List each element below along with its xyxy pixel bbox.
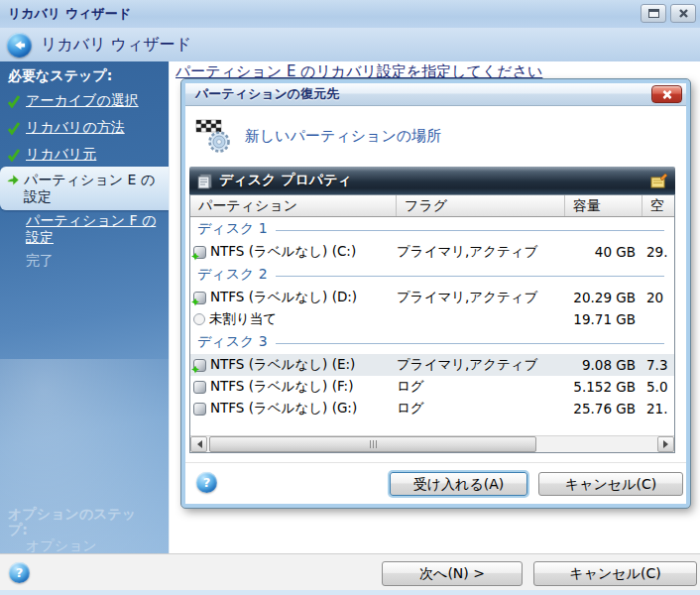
sidebar-item-label: パーティション E の設定 [24,172,167,205]
table-body: ディスク 1 NTFS (ラベルなし) (C:) プライマリ,アクティブ 40 … [190,217,674,420]
partition-capacity: 25.76 GB [565,401,642,416]
partition-primary-icon [193,359,206,372]
close-x-glyph [678,8,689,19]
partition-capacity: 5.152 GB [565,379,642,395]
column-header-capacity[interactable]: 容量 [565,195,642,216]
partition-capacity: 20.29 GB [565,290,642,305]
sidebar-item-label: オプション [26,537,163,554]
table-row-partition-f[interactable]: NTFS (ラベルなし) (F:) ログ 5.152 GB 5.0 [190,376,674,398]
column-header-free[interactable]: 空 [642,195,674,216]
partition-name: NTFS (ラベルなし) (D:) [210,289,357,306]
disk-properties-icon [196,173,213,189]
dialog-close-icon[interactable] [651,85,682,103]
table-row-partition-e[interactable]: NTFS (ラベルなし) (E:) プライマリ,アクティブ 9.08 GB 7.… [190,354,674,376]
partition-flags: ログ [397,378,565,396]
partition-icon [193,381,206,394]
sidebar-item-label: リカバリ元 [26,146,163,163]
partition-name: NTFS (ラベルなし) (E:) [210,356,355,374]
back-arrow-icon [12,38,27,53]
partition-free: 5.0 [642,379,670,395]
partition-free: 21. [642,401,670,416]
table-row-partition-c[interactable]: NTFS (ラベルなし) (C:) プライマリ,アクティブ 40 GB 29. [190,241,674,263]
partition-icon [193,403,206,416]
partition-name: NTFS (ラベルなし) (C:) [210,243,356,261]
partition-name: NTFS (ラベルなし) (F:) [210,378,353,396]
partition-flags: プライマリ,アクティブ [397,243,565,261]
dialog-title: パーティションの復元先 [195,85,339,103]
sidebar-item-label: リカバリの方法 [26,119,163,136]
sidebar-item-recovery-source[interactable]: リカバリ元 [7,146,163,163]
table-row-unallocated[interactable]: 未割り当て 19.71 GB [190,308,674,330]
dialog-cancel-button[interactable]: キャンセル(C) [538,472,683,496]
sidebar-item-archive-selection[interactable]: アーカイブの選択 [7,92,163,109]
scrollbar-track[interactable] [536,436,657,452]
toolbar-title: ディスク プロパティ [219,172,352,189]
partition-capacity: 40 GB [565,244,642,260]
section-heading: 新しいパーティションの場所 [245,127,441,146]
disk-group-header: ディスク 1 [190,217,674,241]
current-step-arrow-icon [6,174,20,186]
column-header-partition[interactable]: パーティション [190,195,397,216]
sidebar-item-recovery-method[interactable]: リカバリの方法 [7,119,163,136]
help-icon[interactable]: ? [196,472,217,493]
partition-capacity: 9.08 GB [565,357,642,373]
table-row-partition-d[interactable]: NTFS (ラベルなし) (D:) プライマリ,アクティブ 20.29 GB 2… [190,287,674,308]
help-icon[interactable]: ? [9,562,30,583]
table-header-row: パーティション フラグ 容量 空 [190,195,674,217]
partition-free: 7.3 [642,357,670,373]
sidebar: 必要なステップ: アーカイブの選択 リカバリの方法 リカバリ元 パーティション … [0,61,169,553]
scroll-left-icon[interactable] [190,436,207,452]
edit-properties-icon[interactable] [650,173,668,189]
wizard-header-title: リカバリ ウィザード [41,35,191,56]
partition-primary-icon [193,292,206,304]
sidebar-item-label: アーカイブの選択 [26,92,163,109]
window-title: リカバリ ウィザード [8,5,131,23]
scrollbar-thumb[interactable] [209,436,536,452]
table-row-partition-g[interactable]: NTFS (ラベルなし) (G:) ログ 25.76 GB 21. [190,398,674,419]
unallocated-icon [193,313,205,325]
partition-name: 未割り当て [209,310,277,328]
dialog-footer: ? 受け入れる(A) キャンセル(C) [185,462,686,504]
dialog-titlebar[interactable]: パーティションの復元先 [185,83,686,106]
sidebar-item-options: オプション [7,537,163,554]
footer-bar: ? 次へ(N) > キャンセル(C) [0,553,700,595]
next-button[interactable]: 次へ(N) > [382,561,523,586]
partition-flags: プライマリ,アクティブ [397,289,565,306]
sidebar-item-partition-f-settings[interactable]: パーティション F の設定 [7,212,163,246]
horizontal-scrollbar[interactable] [190,435,674,452]
checkered-flag-gear-icon [195,118,233,154]
required-steps-header: 必要なステップ: [8,67,112,85]
partition-name: NTFS (ラベルなし) (G:) [210,400,357,417]
recovery-wizard-window: リカバリ ウィザード リカバリ ウィザード 必要なステップ: アーカイブの選択 … [0,0,700,595]
scroll-right-icon[interactable] [657,436,674,452]
group-rule [276,230,664,231]
close-icon[interactable] [670,4,696,23]
thumb-grip [376,440,377,448]
partition-primary-icon [193,246,206,259]
accept-button[interactable]: 受け入れる(A) [390,472,527,496]
dialog-section-header: 新しいパーティションの場所 [185,107,441,165]
sidebar-item-finish: 完了 [7,252,163,269]
sidebar-item-label: パーティション F の設定 [26,212,163,246]
thumb-grip [373,440,374,448]
left-triangle-glyph [193,440,202,448]
disk-properties-table: パーティション フラグ 容量 空 ディスク 1 NTFS (ラベルなし) (C:… [189,194,675,453]
maximize-icon[interactable] [641,4,666,23]
partition-free: 29. [642,244,670,260]
sidebar-item-label: 完了 [26,252,163,269]
window-titlebar[interactable]: リカバリ ウィザード [0,0,700,28]
partition-flags: ログ [397,400,565,417]
back-button[interactable] [7,33,32,58]
cancel-button[interactable]: キャンセル(C) [533,561,697,586]
column-header-flags[interactable]: フラグ [397,195,565,216]
sidebar-item-partition-e-settings[interactable]: パーティション E の設定 [0,167,169,210]
disk-group-header: ディスク 3 [190,330,674,354]
disk-group-name: ディスク 1 [197,220,268,238]
disk-group-name: ディスク 3 [197,333,268,351]
partition-free: 20 [642,290,670,305]
window-controls [641,4,696,23]
group-rule [276,343,664,344]
close-x-glyph [661,89,673,100]
disk-group-header: ディスク 2 [190,263,674,287]
partition-destination-dialog: パーティションの復元先 新しいパーティションの場所 [181,79,690,508]
